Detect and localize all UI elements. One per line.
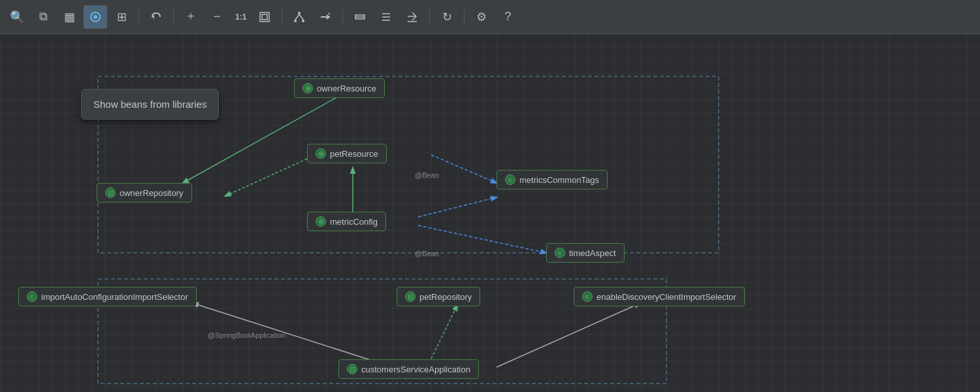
separator-1 [139, 9, 139, 25]
import-auto-config-icon [27, 291, 37, 302]
pet-resource-node[interactable]: petResource [307, 144, 387, 163]
svg-line-25 [193, 303, 372, 361]
owner-repository-label: ownerRepository [120, 188, 184, 198]
arrow-mode-button[interactable] [314, 5, 337, 29]
svg-line-24 [418, 225, 546, 253]
svg-line-27 [497, 303, 640, 367]
bean-label-1: @Bean [415, 171, 439, 179]
reset-zoom-button[interactable]: 1:1 [231, 5, 250, 29]
owner-resource-node[interactable]: ownerResource [294, 78, 385, 98]
owner-resource-label: ownerResource [317, 84, 376, 93]
owner-resource-icon [302, 83, 313, 93]
import-auto-config-label: importAutoConfigurationImportSelector [41, 292, 188, 302]
svg-point-6 [302, 20, 304, 22]
separator-5 [429, 9, 430, 25]
svg-point-5 [294, 20, 297, 22]
tooltip-show-beans: Show beans from libraries [81, 89, 219, 120]
svg-rect-2 [260, 12, 269, 22]
owner-repository-icon [105, 188, 116, 198]
undo-button[interactable] [144, 5, 168, 29]
hierarchy-button[interactable] [287, 5, 311, 29]
separator-6 [464, 9, 465, 25]
spring-boot-label: @SpringBootApplication [208, 331, 286, 339]
timed-aspect-icon [555, 248, 565, 258]
help-button[interactable]: ? [496, 5, 519, 29]
svg-rect-3 [262, 14, 267, 20]
svg-line-7 [295, 14, 299, 20]
expand-button[interactable] [374, 5, 398, 29]
settings-button[interactable]: ⚙ [470, 5, 493, 29]
enable-discovery-icon [582, 291, 593, 302]
bookmark-button[interactable] [84, 5, 107, 29]
enable-discovery-label: enableDiscoveryClientImportSelector [596, 292, 736, 302]
customers-service-label: customersServiceApplication [361, 365, 470, 374]
export-button[interactable] [400, 5, 424, 29]
separator-3 [282, 9, 282, 25]
metric-config-icon [316, 216, 326, 227]
svg-point-4 [298, 12, 301, 14]
pet-resource-icon [316, 148, 326, 159]
pet-resource-label: petResource [330, 149, 378, 159]
tooltip-text: Show beans from libraries [93, 99, 206, 110]
pet-repository-icon [405, 291, 416, 302]
zoom-out-button[interactable]: − [205, 5, 229, 29]
pet-repository-node[interactable]: petRepository [397, 287, 480, 306]
timed-aspect-label: timedAspect [569, 248, 616, 258]
customers-service-node[interactable]: customersServiceApplication [338, 359, 479, 379]
enable-discovery-node[interactable]: enableDiscoveryClientImportSelector [574, 287, 745, 306]
arrows-overlay [0, 34, 980, 392]
svg-line-8 [299, 14, 303, 20]
owner-repository-node[interactable]: ownerRepository [97, 183, 192, 203]
timed-aspect-node[interactable]: timedAspect [546, 243, 625, 263]
metric-config-label: metricConfig [330, 217, 378, 227]
bean-label-2: @Bean [415, 250, 439, 257]
search-button[interactable]: 🔍 [5, 5, 29, 29]
structure-button[interactable]: ▦ [57, 5, 81, 29]
grid-button[interactable]: ⊞ [110, 5, 133, 29]
svg-point-1 [93, 15, 97, 19]
separator-2 [173, 9, 174, 25]
svg-line-26 [431, 305, 457, 359]
collapse-button[interactable] [348, 5, 372, 29]
metrics-common-tags-node[interactable]: metricsCommonTags [497, 170, 608, 189]
fit-button[interactable] [253, 5, 276, 29]
metric-config-node[interactable]: metricConfig [307, 212, 386, 231]
separator-4 [342, 9, 343, 25]
metrics-common-tags-icon [505, 174, 515, 185]
canvas: @Bean @Bean @SpringBootApplication @Enab… [0, 34, 980, 392]
svg-line-23 [431, 155, 497, 183]
metrics-common-tags-label: metricsCommonTags [519, 175, 599, 185]
pet-repository-label: petRepository [419, 292, 472, 302]
customers-service-icon [347, 364, 357, 374]
copy-button[interactable]: ⧉ [31, 5, 55, 29]
svg-line-21 [225, 159, 307, 196]
import-auto-config-node[interactable]: importAutoConfigurationImportSelector [18, 287, 197, 306]
zoom-in-button[interactable]: + [179, 5, 203, 29]
refresh-button[interactable]: ↻ [435, 5, 459, 29]
toolbar: 🔍 ⧉ ▦ ⊞ + − 1:1 ↻ ⚙ ? [0, 0, 980, 34]
